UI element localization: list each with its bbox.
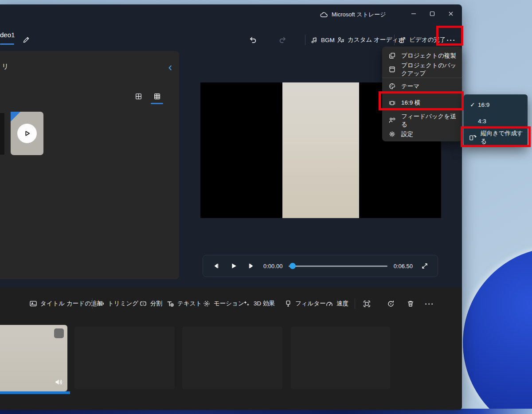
library-item-partial[interactable] — [0, 113, 4, 155]
pencil-icon — [22, 36, 30, 44]
menu-item-label: フィードバックを送る — [401, 113, 462, 129]
speaker-icon[interactable] — [54, 377, 64, 387]
library-title: リ — [2, 62, 8, 71]
rotate-icon — [387, 300, 395, 308]
settings-icon — [388, 130, 396, 138]
undo-icon — [248, 35, 257, 44]
trim-button[interactable]: トリミング — [97, 294, 138, 313]
next-frame-icon — [247, 262, 255, 270]
menu-item-settings[interactable]: 設定 — [382, 127, 462, 141]
annotation-box-create-portrait — [461, 126, 531, 147]
clip-corner-badge[interactable] — [54, 328, 64, 338]
split-button[interactable]: 分割 — [139, 294, 162, 313]
timeline-more-button[interactable]: ··· — [422, 294, 437, 313]
backup-project-icon — [388, 66, 396, 73]
bgm-label: BGM — [321, 37, 335, 43]
play-button[interactable] — [228, 260, 239, 272]
menu-separator — [382, 78, 462, 78]
project-name[interactable]: deo1 — [0, 31, 15, 39]
export-icon — [399, 36, 406, 44]
menu-item-label: プロジェクトのバックアップ — [401, 62, 462, 78]
fullscreen-button[interactable] — [419, 260, 430, 272]
rotate-button[interactable] — [384, 294, 397, 313]
effects-3d-label: 3D 効果 — [254, 300, 275, 308]
filter-button[interactable]: フィルター — [284, 294, 326, 313]
desktop: Microsoft ストレージ deo1 — [0, 0, 532, 414]
submenu-item-16-9[interactable]: ✓ 16:9 — [464, 97, 528, 112]
trash-icon — [407, 300, 415, 308]
maximize-button[interactable] — [423, 7, 442, 20]
speed-button[interactable]: 速度 — [325, 294, 348, 313]
crop-button[interactable] — [360, 294, 373, 313]
window-title: Microsoft ストレージ — [320, 11, 386, 19]
grid-view-3x3-button[interactable] — [152, 91, 162, 102]
library-panel: リ — [0, 51, 179, 279]
check-icon: ✓ — [468, 101, 477, 108]
speed-label: 速度 — [336, 300, 348, 308]
play-badge — [17, 124, 37, 143]
menu-item-backup-project[interactable]: プロジェクトのバックアップ — [382, 62, 462, 76]
menu-item-duplicate-project[interactable]: プロジェクトの複製 — [382, 49, 462, 62]
ellipsis-icon: ··· — [425, 300, 434, 308]
minimize-button[interactable] — [404, 7, 423, 20]
timeline-slot-empty[interactable] — [74, 327, 175, 389]
music-note-icon — [310, 36, 318, 44]
timeline-clip-selected[interactable] — [0, 325, 67, 391]
timeline-slot-empty[interactable] — [182, 327, 282, 389]
annotation-box-aspect-ratio — [379, 91, 464, 110]
split-icon — [139, 300, 147, 308]
header-divider2 — [394, 35, 395, 45]
wallpaper-bloom — [463, 247, 532, 414]
submenu-item-label: 16:9 — [478, 102, 489, 108]
collapse-panel-button[interactable] — [167, 64, 174, 71]
split-label: 分割 — [150, 300, 162, 308]
bgm-button[interactable]: BGM — [310, 30, 335, 50]
filter-icon — [284, 300, 292, 308]
add-title-card-label: タイトル カードの追加 — [40, 300, 103, 308]
slider-thumb[interactable] — [289, 263, 296, 269]
expand-icon — [421, 262, 428, 269]
menu-item-send-feedback[interactable]: フィードバックを送る — [382, 113, 462, 127]
annotation-box-more-button — [436, 26, 463, 46]
text-label: テキスト — [177, 300, 202, 308]
grid-3x3-icon — [153, 93, 161, 100]
grid-2x2-icon — [135, 93, 142, 100]
toolbar-divider2 — [355, 298, 355, 309]
redo-icon — [278, 35, 287, 44]
total-time: 0:06.50 — [394, 263, 413, 269]
project-name-underline — [0, 43, 14, 45]
window-title-text: Microsoft ストレージ — [332, 11, 386, 19]
cloud-icon — [320, 12, 328, 18]
timeline-slot-empty[interactable] — [291, 327, 390, 389]
delete-button[interactable] — [404, 294, 417, 313]
redo-button[interactable] — [278, 30, 287, 50]
play-outline-icon — [23, 129, 31, 138]
person-audio-icon — [337, 36, 344, 44]
chevron-left-icon — [167, 64, 174, 71]
effects-3d-button[interactable]: 3D 効果 — [243, 294, 275, 313]
grid-view-selected-underline — [151, 103, 163, 104]
toolbar-divider1 — [92, 298, 93, 309]
seek-slider[interactable] — [289, 263, 387, 269]
library-video-item[interactable] — [11, 112, 43, 155]
motion-button[interactable]: モーション — [203, 294, 244, 313]
clip-selection-bar — [0, 391, 70, 394]
motion-label: モーション — [214, 300, 244, 308]
effects-3d-icon — [243, 300, 250, 308]
rename-project-button[interactable] — [22, 30, 30, 50]
menu-item-label: 設定 — [401, 130, 413, 138]
current-time: 0:00.00 — [263, 263, 282, 269]
header-divider — [305, 35, 305, 45]
submenu-item-label: 4:3 — [478, 118, 486, 125]
undo-button[interactable] — [248, 30, 257, 50]
next-frame-button[interactable] — [246, 260, 257, 272]
text-button[interactable]: テキスト — [166, 294, 202, 313]
previous-frame-icon — [212, 262, 220, 270]
slider-track — [289, 266, 387, 267]
grid-view-2x2-button[interactable] — [133, 91, 144, 102]
close-button[interactable] — [442, 7, 460, 20]
playback-bar: 0:00.00 0:06.50 — [203, 255, 438, 277]
trim-icon — [97, 300, 105, 308]
previous-frame-button[interactable] — [210, 260, 222, 272]
text-icon — [166, 300, 174, 308]
